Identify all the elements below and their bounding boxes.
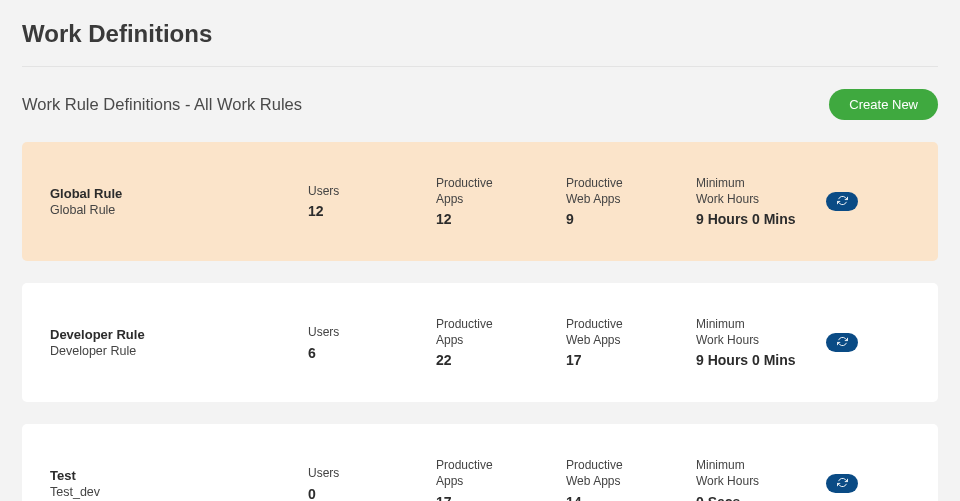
- rule-card: Test Test_dev Users 0 Productive Apps 17…: [22, 424, 938, 501]
- productive-webapps-label-1: Productive: [566, 176, 696, 192]
- users-value: 12: [308, 203, 436, 219]
- productive-webapps-value: 14: [566, 494, 696, 501]
- productive-apps-label-2: Apps: [436, 192, 566, 208]
- productive-webapps-label-2: Web Apps: [566, 192, 696, 208]
- create-new-button[interactable]: Create New: [829, 89, 938, 120]
- rule-subtitle: Global Rule: [50, 203, 308, 217]
- productive-apps-label-2: Apps: [436, 474, 566, 490]
- rule-subtitle: Developer Rule: [50, 344, 308, 358]
- min-hours-label-2: Work Hours: [696, 333, 826, 349]
- productive-webapps-value: 9: [566, 211, 696, 227]
- refresh-button[interactable]: [826, 333, 858, 352]
- productive-apps-label-1: Productive: [436, 458, 566, 474]
- divider: [22, 66, 938, 67]
- min-hours-value: 9 Hours 0 Mins: [696, 352, 826, 368]
- users-label: Users: [308, 184, 436, 200]
- productive-apps-label-1: Productive: [436, 317, 566, 333]
- productive-apps-label-1: Productive: [436, 176, 566, 192]
- productive-webapps-value: 17: [566, 352, 696, 368]
- productive-apps-value: 12: [436, 211, 566, 227]
- productive-apps-value: 17: [436, 494, 566, 501]
- refresh-icon: [837, 476, 848, 491]
- min-hours-label-1: Minimum: [696, 176, 826, 192]
- min-hours-value: 0 Secs: [696, 494, 826, 501]
- rule-name: Developer Rule: [50, 327, 308, 342]
- users-label: Users: [308, 466, 436, 482]
- productive-webapps-label-2: Web Apps: [566, 474, 696, 490]
- productive-webapps-label-1: Productive: [566, 458, 696, 474]
- min-hours-label-2: Work Hours: [696, 474, 826, 490]
- productive-webapps-label-2: Web Apps: [566, 333, 696, 349]
- rule-card: Global Rule Global Rule Users 12 Product…: [22, 142, 938, 261]
- subheader-row: Work Rule Definitions - All Work Rules C…: [22, 89, 938, 120]
- min-hours-label-1: Minimum: [696, 317, 826, 333]
- min-hours-label-1: Minimum: [696, 458, 826, 474]
- rule-subtitle: Test_dev: [50, 485, 308, 499]
- users-value: 0: [308, 486, 436, 501]
- rule-card: Developer Rule Developer Rule Users 6 Pr…: [22, 283, 938, 402]
- refresh-icon: [837, 194, 848, 209]
- rule-name: Test: [50, 468, 308, 483]
- refresh-button[interactable]: [826, 192, 858, 211]
- rule-name: Global Rule: [50, 186, 308, 201]
- min-hours-label-2: Work Hours: [696, 192, 826, 208]
- productive-apps-label-2: Apps: [436, 333, 566, 349]
- productive-apps-value: 22: [436, 352, 566, 368]
- min-hours-value: 9 Hours 0 Mins: [696, 211, 826, 227]
- refresh-icon: [837, 335, 848, 350]
- users-label: Users: [308, 325, 436, 341]
- productive-webapps-label-1: Productive: [566, 317, 696, 333]
- page-title: Work Definitions: [22, 20, 938, 48]
- users-value: 6: [308, 345, 436, 361]
- refresh-button[interactable]: [826, 474, 858, 493]
- subheader-title: Work Rule Definitions - All Work Rules: [22, 95, 302, 114]
